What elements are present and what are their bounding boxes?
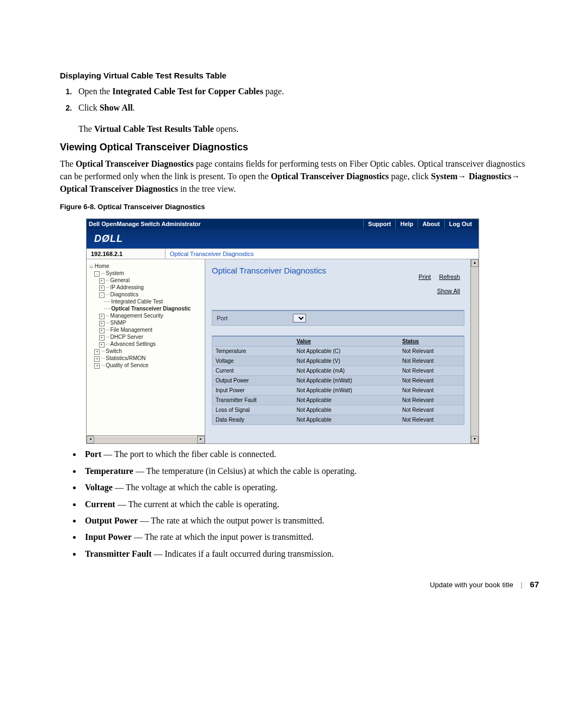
tree-item[interactable]: +···· General: [90, 277, 203, 284]
list-item: Output Power — The rate at which the out…: [82, 515, 539, 527]
expand-icon[interactable]: -: [94, 271, 100, 277]
table-cell: Data Ready: [212, 415, 293, 425]
field-name: Temperature: [85, 466, 133, 476]
expand-icon[interactable]: +: [99, 314, 105, 319]
table-row: Transmitter FaultNot ApplicableNot Relev…: [212, 395, 464, 405]
tree-item[interactable]: +···· Management Security: [90, 312, 203, 319]
p-bold: Optical Transceiver Diagnostics: [60, 184, 178, 193]
table-cell: Not Applicable: [293, 395, 399, 405]
list-item: Transmitter Fault — Indicates if a fault…: [82, 548, 539, 560]
table-cell: Not Relevant: [399, 376, 464, 386]
footer-title: Update with your book title: [430, 581, 513, 589]
vscrollbar[interactable]: ▴ ▾: [470, 259, 479, 443]
device-ip: 192.168.2.1: [87, 249, 166, 259]
field-desc: — Indicates if a fault occurred during t…: [152, 549, 334, 558]
breadcrumb-bar: 192.168.2.1 Optical Transceiver Diagnost…: [87, 248, 479, 259]
table-cell: Temperature: [212, 346, 293, 356]
page-number: 67: [530, 580, 539, 589]
th-value[interactable]: Value: [293, 336, 399, 346]
subsection-heading: Displaying Virtual Cable Test Results Ta…: [60, 71, 539, 80]
tree-item[interactable]: +···· IP Addressing: [90, 284, 203, 291]
step-result: The Virtual Cable Test Results Table ope…: [78, 124, 539, 134]
expand-icon[interactable]: +: [99, 335, 105, 340]
step-2: Click Show All.: [74, 102, 539, 114]
section-heading: Viewing Optical Transceiver Diagnostics: [60, 142, 539, 153]
scroll-left-icon[interactable]: ◂: [87, 436, 94, 443]
tree-item[interactable]: ······· Optical Transceiver Diagnostic: [90, 305, 203, 312]
step1-post: page.: [263, 87, 284, 96]
scroll-down-icon[interactable]: ▾: [471, 436, 479, 443]
expand-icon[interactable]: +: [99, 342, 105, 348]
table-cell: Not Applicable (C): [293, 346, 399, 356]
tree-item[interactable]: +···· Advanced Settings: [90, 340, 203, 348]
expand-icon[interactable]: +: [94, 363, 100, 369]
th-status[interactable]: Status: [399, 336, 464, 346]
screenshot-optical-transceiver: Dell OpenManage Switch Administrator Sup…: [86, 218, 479, 444]
window-titlebar: Dell OpenManage Switch Administrator Sup…: [87, 219, 479, 229]
table-cell: Not Relevant: [399, 415, 464, 425]
table-cell: Not Applicable: [293, 415, 399, 425]
showall-link[interactable]: Show All: [437, 288, 460, 294]
field-desc: — The port to which the fiber cable is c…: [101, 449, 276, 459]
tree-item[interactable]: -···· System: [90, 270, 203, 277]
field-desc: — The rate at which the output power is …: [138, 516, 324, 525]
tree-item[interactable]: +···· SNMP: [90, 319, 203, 326]
tree-item[interactable]: -···· Diagnostics: [90, 291, 203, 298]
expand-icon[interactable]: +: [99, 328, 105, 333]
steps-list: Open the Integrated Cable Test for Coppe…: [60, 86, 539, 114]
scroll-up-icon[interactable]: ▴: [471, 259, 479, 267]
p-bold: Diagnostics: [469, 172, 511, 181]
list-item: Current — The current at which the cable…: [82, 498, 539, 510]
breadcrumb: Optical Transceiver Diagnostics: [166, 249, 258, 259]
list-item: Port — The port to which the fiber cable…: [82, 448, 539, 460]
table-row: Loss of SignalNot ApplicableNot Relevant: [212, 405, 464, 415]
print-link[interactable]: Print: [419, 273, 431, 280]
port-select[interactable]: [293, 314, 306, 322]
field-name: Input Power: [85, 532, 132, 541]
field-desc: — The voltage at which the cable is oper…: [113, 483, 278, 492]
nav-tree[interactable]: ⌂ Home -···· System +···· General +···· …: [87, 259, 205, 443]
field-desc: — The rate at which the input power is t…: [132, 532, 314, 541]
step2-bold: Show All: [100, 103, 133, 112]
titlebar-link-help[interactable]: Help: [395, 219, 418, 229]
scroll-right-icon[interactable]: ▸: [197, 436, 205, 443]
titlebar-link-logout[interactable]: Log Out: [444, 219, 476, 229]
field-desc: — The temperature (in Celsius) at which …: [133, 466, 357, 476]
tree-item[interactable]: +···· DHCP Server: [90, 333, 203, 340]
expand-icon[interactable]: +: [94, 349, 100, 355]
step1-pre: Open the: [78, 87, 112, 96]
th-blank: [212, 336, 293, 346]
table-cell: Output Power: [212, 376, 293, 386]
tree-item[interactable]: ······· Integrated Cable Test: [90, 298, 203, 305]
expand-icon[interactable]: +: [99, 321, 105, 326]
table-cell: Not Relevant: [399, 356, 464, 366]
table-cell: Not Applicable (mWatt): [293, 376, 399, 386]
tree-hscrollbar[interactable]: ◂ ▸: [87, 435, 205, 443]
tree-item[interactable]: +···· Quality of Service: [90, 362, 203, 369]
tree-item[interactable]: +···· Statistics/RMON: [90, 355, 203, 362]
table-cell: Transmitter Fault: [212, 395, 293, 405]
expand-icon[interactable]: -: [99, 293, 105, 298]
table-cell: Not Applicable (mA): [293, 366, 399, 376]
step2-post: .: [133, 103, 135, 112]
field-name: Port: [85, 449, 101, 459]
step2-pre: Click: [78, 103, 100, 112]
refresh-link[interactable]: Refresh: [439, 273, 460, 280]
home-icon: ⌂: [90, 263, 93, 269]
expand-icon[interactable]: +: [99, 278, 105, 284]
tree-item[interactable]: ⌂ Home: [90, 263, 203, 270]
table-cell: Not Applicable (mWatt): [293, 386, 399, 395]
main-panel: ▴ ▾ Optical Transceiver Diagnostics Prin…: [205, 259, 479, 443]
list-item: Voltage — The voltage at which the cable…: [82, 482, 539, 494]
step1-bold: Integrated Cable Test for Copper Cables: [112, 87, 263, 96]
p-txt: The: [60, 159, 76, 168]
expand-icon[interactable]: +: [94, 356, 100, 362]
titlebar-link-about[interactable]: About: [418, 219, 444, 229]
tree-item[interactable]: +···· File Management: [90, 326, 203, 333]
titlebar-link-support[interactable]: Support: [363, 219, 395, 229]
field-name: Output Power: [85, 516, 138, 525]
expand-icon[interactable]: +: [99, 285, 105, 291]
list-item: Input Power — The rate at which the inpu…: [82, 531, 539, 543]
table-row: Input PowerNot Applicable (mWatt)Not Rel…: [212, 386, 464, 395]
tree-item[interactable]: +···· Switch: [90, 348, 203, 355]
